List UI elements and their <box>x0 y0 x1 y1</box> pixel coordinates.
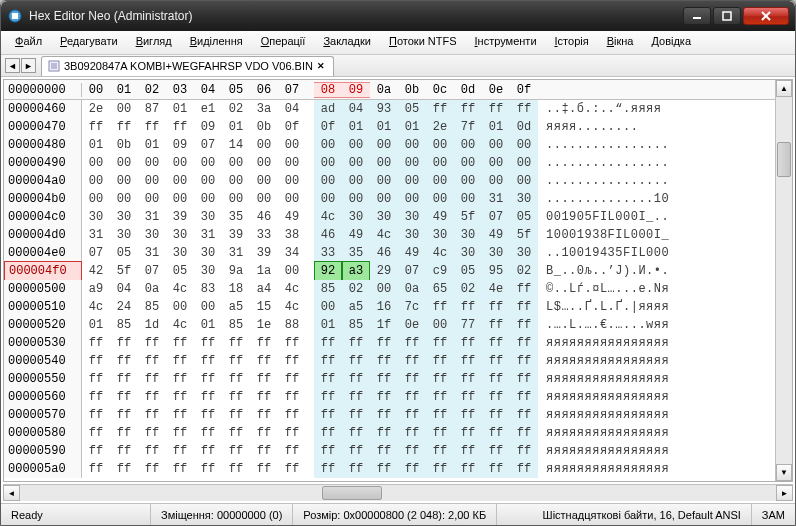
ascii-cell[interactable]: ................ <box>538 136 775 154</box>
hex-byte[interactable]: 46 <box>370 244 398 262</box>
hex-byte[interactable]: 4c <box>166 280 194 298</box>
hex-byte[interactable]: 00 <box>278 190 306 208</box>
hex-byte[interactable]: ff <box>166 352 194 370</box>
hex-byte[interactable]: ff <box>510 442 538 460</box>
hex-byte[interactable]: 00 <box>166 190 194 208</box>
hex-byte[interactable]: ff <box>278 352 306 370</box>
hex-byte[interactable]: 04 <box>342 100 370 118</box>
hex-byte[interactable]: 07 <box>138 262 166 280</box>
hex-row[interactable]: 000005a0ffffffffffffffffffffffffffffffff… <box>4 460 775 478</box>
hex-row[interactable]: 0000049000000000000000000000000000000000… <box>4 154 775 172</box>
hex-byte[interactable]: 42 <box>82 262 110 280</box>
hex-byte[interactable]: ff <box>166 334 194 352</box>
hex-byte[interactable]: 0f <box>314 118 342 136</box>
hex-byte[interactable]: 00 <box>510 154 538 172</box>
hex-byte[interactable]: ff <box>510 334 538 352</box>
hex-byte[interactable]: ff <box>482 388 510 406</box>
hex-byte[interactable]: ff <box>166 118 194 136</box>
row-address[interactable]: 00000490 <box>4 154 82 172</box>
menu-item[interactable]: Редагувати <box>52 31 126 54</box>
hex-byte[interactable]: 01 <box>166 100 194 118</box>
hex-byte[interactable]: 05 <box>510 208 538 226</box>
ascii-cell[interactable]: ................ <box>538 172 775 190</box>
hex-byte[interactable]: ff <box>398 352 426 370</box>
menu-item[interactable]: Вигляд <box>128 31 180 54</box>
hex-byte[interactable]: ff <box>454 352 482 370</box>
hex-byte[interactable]: 83 <box>194 280 222 298</box>
hex-byte[interactable]: 00 <box>342 154 370 172</box>
hex-byte[interactable]: 14 <box>222 136 250 154</box>
hex-byte[interactable]: ff <box>398 460 426 478</box>
hex-byte[interactable]: ff <box>398 406 426 424</box>
hex-row[interactable]: 000004b000000000000000000000000000003130… <box>4 190 775 208</box>
hex-byte[interactable]: 00 <box>370 280 398 298</box>
titlebar[interactable]: Hex Editor Neo (Administrator) <box>1 1 795 31</box>
hex-byte[interactable]: 01 <box>314 316 342 334</box>
hex-byte[interactable]: 00 <box>342 136 370 154</box>
hex-byte[interactable]: ff <box>426 406 454 424</box>
hex-byte[interactable]: 31 <box>482 190 510 208</box>
hex-byte[interactable]: 00 <box>222 154 250 172</box>
hex-byte[interactable]: 4c <box>166 316 194 334</box>
hex-byte[interactable]: e1 <box>194 100 222 118</box>
hex-row[interactable]: 000005104c24850000a5154c00a5167cffffffff… <box>4 298 775 316</box>
hex-byte[interactable]: 85 <box>314 280 342 298</box>
ascii-cell[interactable]: яяяяяяяяяяяяяяяя <box>538 334 775 352</box>
hex-byte[interactable]: ff <box>510 370 538 388</box>
hex-byte[interactable]: ff <box>314 388 342 406</box>
hex-byte[interactable]: 0f <box>278 118 306 136</box>
hex-byte[interactable]: ff <box>138 406 166 424</box>
hex-row[interactable]: 000004c030303139303546494c303030495f0705… <box>4 208 775 226</box>
hex-byte[interactable]: 4c <box>278 280 306 298</box>
hex-byte[interactable]: 0d <box>510 118 538 136</box>
hex-byte[interactable]: 30 <box>194 262 222 280</box>
hex-byte[interactable]: 04 <box>110 280 138 298</box>
hex-byte[interactable]: 77 <box>454 316 482 334</box>
hex-byte[interactable]: 31 <box>138 244 166 262</box>
hex-byte[interactable]: 2e <box>426 118 454 136</box>
horizontal-scrollbar[interactable]: ◄ ► <box>3 484 793 501</box>
hex-byte[interactable]: ff <box>166 406 194 424</box>
hex-byte[interactable]: 05 <box>110 244 138 262</box>
hex-row[interactable]: 000004602e008701e1023a04ad049305ffffffff… <box>4 100 775 118</box>
menu-item[interactable]: Історія <box>547 31 597 54</box>
tab-prev-button[interactable]: ◄ <box>5 58 20 73</box>
hex-byte[interactable]: 00 <box>278 172 306 190</box>
hex-byte[interactable]: 00 <box>398 172 426 190</box>
hex-byte[interactable]: 30 <box>194 244 222 262</box>
hex-byte[interactable]: ff <box>82 442 110 460</box>
hex-byte[interactable]: ff <box>510 298 538 316</box>
ascii-cell[interactable]: B_..0љ..’Ј).И.•. <box>538 262 775 280</box>
hex-byte[interactable]: 00 <box>194 298 222 316</box>
row-address[interactable]: 00000520 <box>4 316 82 334</box>
hex-byte[interactable]: ff <box>454 442 482 460</box>
hex-byte[interactable]: ff <box>110 442 138 460</box>
hex-byte[interactable]: ff <box>454 388 482 406</box>
hex-byte[interactable]: ff <box>138 334 166 352</box>
hex-byte[interactable]: ff <box>110 388 138 406</box>
hex-byte[interactable]: 00 <box>370 154 398 172</box>
hex-byte[interactable]: ff <box>510 316 538 334</box>
column-header[interactable]: 0a <box>370 83 398 97</box>
menu-item[interactable]: Потоки NTFS <box>381 31 465 54</box>
hex-byte[interactable]: ff <box>250 388 278 406</box>
hex-byte[interactable]: 49 <box>278 208 306 226</box>
hex-byte[interactable]: 85 <box>110 316 138 334</box>
hex-byte[interactable]: 49 <box>426 208 454 226</box>
hex-byte[interactable]: ff <box>482 442 510 460</box>
hex-byte[interactable]: ff <box>110 460 138 478</box>
hex-byte[interactable]: 4c <box>82 298 110 316</box>
hex-byte[interactable]: ff <box>278 442 306 460</box>
hex-body[interactable]: 000004602e008701e1023a04ad049305ffffffff… <box>4 100 775 478</box>
hex-byte[interactable]: 0e <box>398 316 426 334</box>
hex-byte[interactable]: 5f <box>510 226 538 244</box>
row-address[interactable]: 000004a0 <box>4 172 82 190</box>
hex-byte[interactable]: ff <box>222 406 250 424</box>
hex-byte[interactable]: 87 <box>138 100 166 118</box>
hex-byte[interactable]: 02 <box>510 262 538 280</box>
hex-byte[interactable]: ff <box>222 460 250 478</box>
hex-byte[interactable]: 00 <box>426 190 454 208</box>
menu-item[interactable]: Файл <box>7 31 50 54</box>
hex-byte[interactable]: 31 <box>82 226 110 244</box>
hex-byte[interactable]: 00 <box>342 190 370 208</box>
